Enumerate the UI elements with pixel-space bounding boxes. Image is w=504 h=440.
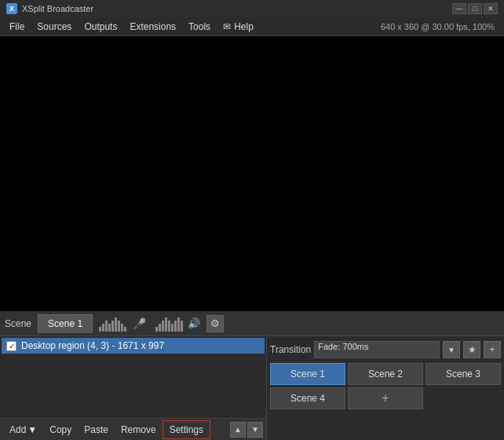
sources-list: Desktop region (4, 3) - 1671 x 997 — [0, 336, 266, 418]
mail-icon: ✉ — [223, 21, 231, 32]
app-icon: X — [6, 3, 17, 14]
scene-button-4[interactable]: Scene 4 — [270, 387, 345, 409]
minimize-button[interactable]: — — [452, 3, 466, 14]
scene-bar: Scene Scene 1 🎤 — [0, 311, 504, 336]
menubar-items: File Sources Outputs Extensions Tools ✉ … — [3, 18, 260, 35]
reorder-buttons: ▲ ▼ — [230, 422, 263, 438]
scene-button-2[interactable]: Scene 2 — [348, 363, 423, 385]
move-down-button[interactable]: ▼ — [247, 422, 263, 438]
scene-settings-button[interactable]: ⚙ — [206, 315, 224, 332]
titlebar-left: X XSplit Broadcaster — [6, 3, 93, 14]
scene-grid: Scene 1 Scene 2 Scene 3 Scene 4 + — [270, 363, 501, 409]
add-transition-button[interactable]: + — [484, 341, 501, 358]
menu-help[interactable]: ✉ Help — [217, 18, 260, 35]
transition-dropdown-button[interactable]: ▼ — [443, 341, 460, 358]
menu-sources[interactable]: Sources — [31, 18, 78, 35]
favorite-button[interactable]: ★ — [463, 341, 480, 358]
dropdown-arrow-icon: ▼ — [27, 424, 37, 435]
audio-bars-left — [99, 316, 126, 332]
speaker-icon: 🔊 — [188, 317, 200, 329]
transition-bar: Transition Fade: 700ms ▼ ★ + — [270, 339, 501, 360]
mic-icon: 🎤 — [133, 317, 146, 330]
menu-extensions[interactable]: Extensions — [123, 18, 182, 35]
scene-label: Scene — [5, 318, 31, 329]
sources-panel: Desktop region (4, 3) - 1671 x 997 Add ▼… — [0, 336, 267, 440]
source-checkbox[interactable] — [6, 341, 16, 351]
main-area: Desktop region (4, 3) - 1671 x 997 Add ▼… — [0, 336, 504, 440]
audio-bars-right — [155, 316, 183, 332]
menu-file[interactable]: File — [3, 18, 31, 35]
add-source-button[interactable]: Add ▼ — [3, 420, 43, 439]
bottom-panel: Scene Scene 1 🎤 — [0, 311, 504, 440]
preview-area — [0, 36, 504, 311]
maximize-button[interactable]: □ — [468, 3, 482, 14]
transition-label: Transition — [270, 344, 311, 355]
add-scene-button[interactable]: + — [348, 387, 423, 409]
source-name: Desktop region (4, 3) - 1671 x 997 — [21, 340, 164, 351]
source-settings-button[interactable]: Settings — [163, 420, 210, 439]
close-button[interactable]: ✕ — [484, 3, 498, 14]
transition-select[interactable]: Fade: 700ms — [314, 341, 440, 358]
menubar: File Sources Outputs Extensions Tools ✉ … — [0, 17, 504, 36]
titlebar-controls: — □ ✕ — [452, 3, 498, 14]
menu-outputs[interactable]: Outputs — [78, 18, 123, 35]
menu-tools[interactable]: Tools — [182, 18, 217, 35]
scene-button-3[interactable]: Scene 3 — [425, 363, 501, 385]
titlebar-title: XSplit Broadcaster — [22, 4, 93, 13]
move-up-button[interactable]: ▲ — [230, 422, 246, 438]
sources-toolbar: Add ▼ Copy Paste Remove Settings ▲ ▼ — [0, 418, 266, 440]
remove-source-button[interactable]: Remove — [115, 420, 163, 439]
copy-source-button[interactable]: Copy — [43, 420, 78, 439]
titlebar: X XSplit Broadcaster — □ ✕ — [0, 0, 504, 17]
scene-tab[interactable]: Scene 1 — [38, 314, 93, 333]
paste-source-button[interactable]: Paste — [78, 420, 115, 439]
scenes-panel: Transition Fade: 700ms ▼ ★ + Scene 1 Sce… — [267, 336, 504, 440]
scene-button-1[interactable]: Scene 1 — [270, 363, 345, 385]
resolution-info: 640 x 360 @ 30.00 fps, 100% — [381, 22, 501, 31]
source-item[interactable]: Desktop region (4, 3) - 1671 x 997 — [2, 338, 265, 354]
